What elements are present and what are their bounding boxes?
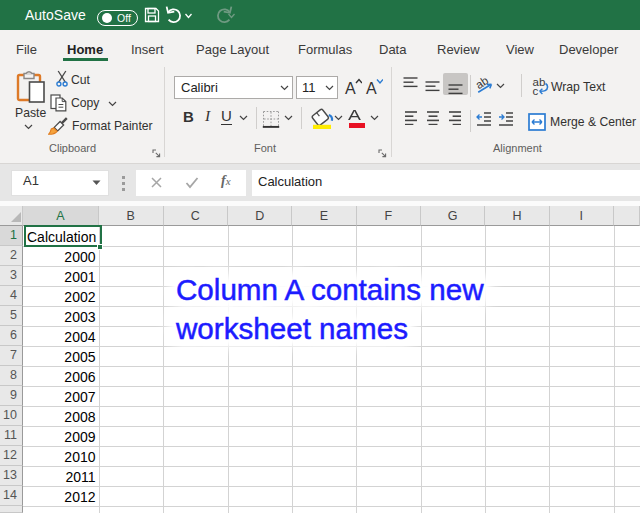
svg-text:c: c [533,85,539,97]
svg-text:A: A [345,80,356,97]
svg-text:A: A [366,80,377,97]
